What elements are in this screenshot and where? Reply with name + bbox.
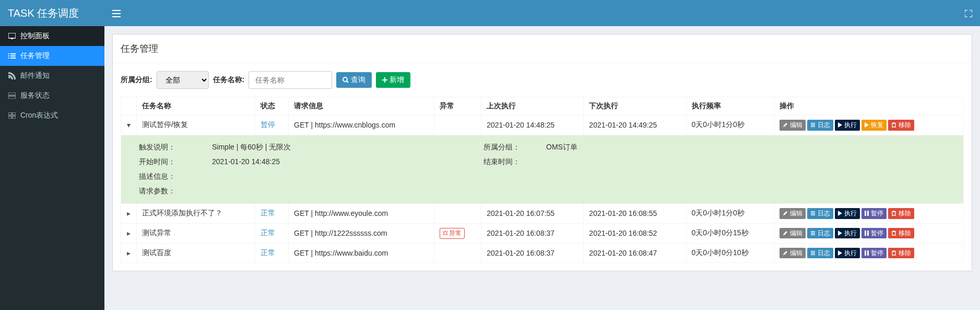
- expand-toggle[interactable]: ▸: [121, 223, 137, 243]
- cell-ops: 编辑 日志 执行 恢复 移除: [774, 116, 964, 135]
- topbar: TASK 任务调度: [0, 0, 980, 26]
- detail-end-value: [546, 157, 946, 167]
- cell-name: 测试暂停/恢复: [137, 116, 255, 135]
- sidebar-item-mail[interactable]: 邮件通知: [0, 66, 104, 86]
- detail-start-value: 2021-01-20 14:48:25: [212, 157, 483, 167]
- svg-point-8: [343, 77, 347, 82]
- cell-ops: 编辑 日志 执行 暂停 移除: [774, 203, 964, 223]
- cell-error: [434, 116, 481, 135]
- detail-group-value: OMS订单: [546, 143, 946, 152]
- cell-request: GET | http://www.eyoule.com: [289, 203, 434, 223]
- cell-error: [434, 203, 481, 223]
- sidebar-item-status[interactable]: 服务状态: [0, 86, 104, 106]
- expand-toggle[interactable]: ▸: [121, 243, 137, 263]
- dashboard-icon: [8, 33, 16, 39]
- sidebar-home[interactable]: 控制面板: [0, 26, 104, 46]
- detail-trigger-label: 触发说明：: [139, 143, 212, 152]
- sidebar-item-label: 任务管理: [20, 51, 50, 61]
- svg-rect-7: [13, 116, 16, 119]
- col-expand: [121, 97, 137, 116]
- col-request: 请求信息: [289, 97, 434, 116]
- table-row: ▸ 测试异常 正常 GET | http://1222ssssss.com 异常…: [121, 223, 964, 243]
- plus-icon: [382, 77, 387, 83]
- cell-last: 2021-01-20 16:08:37: [481, 243, 584, 263]
- svg-point-9: [444, 232, 447, 235]
- pause-button[interactable]: 暂停: [861, 248, 887, 259]
- detail-params-label: 请求参数：: [139, 187, 212, 196]
- sidebar-home-label: 控制面板: [20, 31, 50, 41]
- run-button[interactable]: 执行: [835, 248, 860, 259]
- edit-button[interactable]: 编辑: [780, 228, 806, 239]
- menu-toggle-icon[interactable]: [112, 9, 121, 17]
- error-badge: 异常: [440, 228, 465, 239]
- page-title: 任务管理: [113, 35, 972, 63]
- cell-freq: 0天0小时1分0秒: [686, 116, 774, 135]
- pause-button[interactable]: 暂停: [861, 228, 887, 239]
- grid-icon: [8, 112, 16, 119]
- delete-button[interactable]: 移除: [888, 120, 914, 131]
- svg-rect-1: [11, 38, 13, 39]
- cell-error: 异常: [434, 223, 481, 243]
- group-select[interactable]: 全部: [157, 71, 209, 89]
- col-name: 任务名称: [137, 97, 255, 116]
- edit-button[interactable]: 编辑: [780, 248, 806, 259]
- cell-name: 正式环境添加执行不了？: [137, 203, 255, 223]
- run-button[interactable]: 执行: [835, 120, 860, 131]
- cell-request: GET | https://www.baidu.com: [289, 243, 434, 263]
- cell-last: 2021-01-20 14:48:25: [481, 116, 584, 135]
- cell-name: 测试异常: [137, 223, 255, 243]
- svg-rect-5: [13, 112, 16, 115]
- name-input[interactable]: [249, 71, 332, 89]
- cell-request: GET | https://www.cnblogs.com: [289, 116, 434, 135]
- log-button[interactable]: 日志: [807, 120, 833, 131]
- detail-trigger-value: Simple | 每60秒 | 无限次: [212, 143, 483, 152]
- delete-button[interactable]: 移除: [888, 228, 914, 239]
- detail-start-label: 开始时间：: [139, 157, 212, 167]
- expand-toggle[interactable]: ▾: [121, 116, 137, 135]
- col-status: 状态: [255, 97, 289, 116]
- log-button[interactable]: 日志: [807, 228, 833, 239]
- col-freq: 执行频率: [686, 97, 774, 116]
- sidebar-item-tasks[interactable]: 任务管理: [0, 46, 104, 66]
- table-row: ▾ 测试暂停/恢复 暂停 GET | https://www.cnblogs.c…: [121, 116, 964, 135]
- delete-button[interactable]: 移除: [888, 248, 914, 259]
- cell-name: 测试百度: [137, 243, 255, 263]
- col-ops: 操作: [774, 97, 964, 116]
- app-logo: TASK 任务调度: [0, 0, 104, 26]
- detail-row: 触发说明： Simple | 每60秒 | 无限次 所属分组： OMS订单 开始…: [121, 135, 964, 203]
- expand-icon[interactable]: [965, 9, 972, 17]
- detail-desc-label: 描述信息：: [139, 172, 212, 181]
- detail-params-value: [212, 187, 483, 196]
- cell-freq: 0天0小时0分15秒: [686, 223, 774, 243]
- cell-freq: 0天0小时0分10秒: [686, 243, 774, 263]
- log-button[interactable]: 日志: [807, 208, 833, 219]
- run-button[interactable]: 执行: [835, 228, 860, 239]
- content: 任务管理 所属分组: 全部 任务名称: 查询 新增: [104, 26, 980, 310]
- cell-ops: 编辑 日志 执行 暂停 移除: [774, 223, 964, 243]
- group-label: 所属分组:: [121, 75, 152, 85]
- pause-button[interactable]: 暂停: [861, 208, 887, 219]
- sidebar-item-label: 邮件通知: [20, 71, 50, 81]
- cell-status: 正常: [255, 203, 289, 223]
- expand-toggle[interactable]: ▸: [121, 203, 137, 223]
- add-button[interactable]: 新增: [376, 72, 410, 88]
- topnav: [104, 0, 980, 26]
- sidebar-item-cron[interactable]: Cron表达式: [0, 106, 104, 125]
- cell-next: 2021-01-20 14:49:25: [584, 116, 686, 135]
- run-button[interactable]: 执行: [835, 208, 860, 219]
- col-error: 异常: [434, 97, 481, 116]
- detail-desc-value: [212, 172, 483, 181]
- sidebar-item-label: 服务状态: [20, 91, 50, 100]
- cell-next: 2021-01-20 16:08:47: [584, 243, 686, 263]
- edit-button[interactable]: 编辑: [780, 120, 806, 131]
- resume-button[interactable]: 恢复: [861, 120, 887, 131]
- search-icon: [343, 77, 349, 83]
- log-button[interactable]: 日志: [807, 248, 833, 259]
- delete-button[interactable]: 移除: [888, 208, 914, 219]
- sidebar-item-label: Cron表达式: [20, 111, 58, 120]
- edit-button[interactable]: 编辑: [780, 208, 806, 219]
- rss-icon: [8, 72, 16, 79]
- cell-last: 2021-01-20 16:08:37: [481, 223, 584, 243]
- query-button[interactable]: 查询: [336, 72, 372, 88]
- cell-freq: 0天0小时1分0秒: [686, 203, 774, 223]
